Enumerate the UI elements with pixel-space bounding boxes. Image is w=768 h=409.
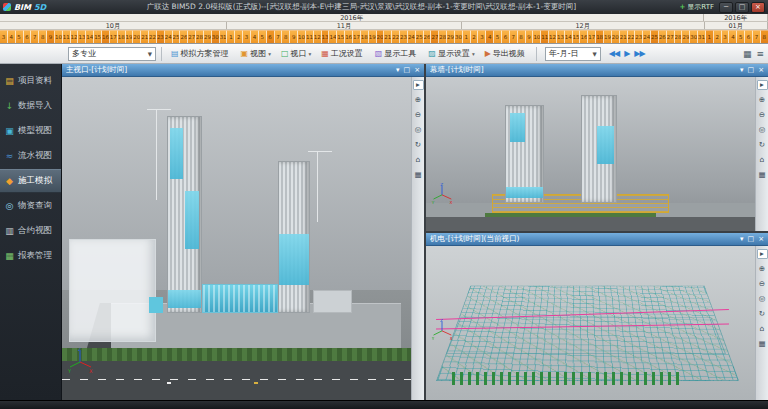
timeline-day-cell[interactable]: 7 — [275, 30, 283, 43]
timeline-day-cell[interactable]: 28 — [439, 30, 447, 43]
timeline-day-cell[interactable]: 14 — [329, 30, 337, 43]
timeline-day-cell[interactable]: 13 — [557, 30, 565, 43]
show-rtf-button[interactable]: + 显示RTF — [676, 2, 717, 12]
toolbar-button[interactable]: ▧ 显示工具 — [371, 46, 423, 62]
timeline-day-cell[interactable]: 17 — [110, 30, 118, 43]
timeline-day-cell[interactable]: 9 — [290, 30, 298, 43]
timeline-day-cell[interactable]: 1 — [227, 30, 235, 43]
timeline-month[interactable]: 11月 — [227, 22, 462, 29]
timeline-day-cell[interactable]: 29 — [682, 30, 690, 43]
timeline-day-cell[interactable]: 11 — [306, 30, 314, 43]
timeline-day-cell[interactable]: 1 — [463, 30, 471, 43]
timeline-day-cell[interactable]: 7 — [510, 30, 518, 43]
viewport-tool-icon[interactable]: ◎ — [757, 294, 768, 304]
timeline-day-cell[interactable]: 22 — [149, 30, 157, 43]
viewport-restore-icon[interactable]: □ — [748, 66, 755, 74]
timeline-day-cell[interactable]: 23 — [400, 30, 408, 43]
sidebar-item[interactable]: ▥ 合约视图 — [0, 219, 61, 243]
timeline-day-cell[interactable]: 3 — [722, 30, 730, 43]
viewport-mep-canvas[interactable]: Z X Y ▸⊕⊖◎↻⌂▦ — [426, 246, 768, 400]
timeline-day-cell[interactable]: 6 — [24, 30, 32, 43]
timeline-day-cell[interactable]: 27 — [188, 30, 196, 43]
timeline-month[interactable]: 10月 — [0, 22, 227, 29]
timeline-day-cell[interactable]: 31 — [698, 30, 706, 43]
timeline-day-cell[interactable]: 5 — [494, 30, 502, 43]
timeline-day-cell[interactable]: 30 — [212, 30, 220, 43]
viewport-curtain-titlebar[interactable]: 幕墙-[计划时间] ▾ □ × — [426, 64, 768, 77]
timeline-day-cell[interactable]: 3 — [478, 30, 486, 43]
viewport-main-titlebar[interactable]: 主视口-[计划时间] ▾ □ × — [62, 64, 424, 77]
timeline-day-cell[interactable]: 7 — [753, 30, 761, 43]
timeline-day-cell[interactable]: 10 — [533, 30, 541, 43]
timeline-day-cell[interactable]: 27 — [431, 30, 439, 43]
timeline-day-cell[interactable]: 12 — [314, 30, 322, 43]
timeline-day-cell[interactable]: 30 — [455, 30, 463, 43]
viewport-tool-icon[interactable]: ⌂ — [757, 155, 768, 165]
viewport-tool-icon[interactable]: ⊖ — [413, 110, 424, 120]
timeline-day-cell[interactable]: 21 — [384, 30, 392, 43]
timeline-day-cell[interactable]: 7 — [31, 30, 39, 43]
viewport-tool-icon[interactable]: ◎ — [413, 125, 424, 135]
viewport-restore-icon[interactable]: □ — [748, 235, 755, 243]
timeline-day-cell[interactable]: 3 — [243, 30, 251, 43]
timeline-day-cell[interactable]: 2 — [235, 30, 243, 43]
timeline-day-cell[interactable]: 26 — [180, 30, 188, 43]
viewport-restore-icon[interactable]: □ — [404, 66, 411, 74]
timeline-month[interactable]: 12月 — [462, 22, 705, 29]
timeline-day-cell[interactable]: 22 — [392, 30, 400, 43]
timeline-day-cell[interactable]: 8 — [282, 30, 290, 43]
maximize-button[interactable]: □ — [735, 2, 749, 13]
timeline-day-cell[interactable]: 19 — [126, 30, 134, 43]
minimize-button[interactable]: ─ — [719, 2, 733, 13]
timeline-day-cell[interactable]: 19 — [604, 30, 612, 43]
timeline-day-cell[interactable]: 31 — [220, 30, 228, 43]
sidebar-item[interactable]: ▤ 项目资料 — [0, 69, 61, 93]
timeline-day-cell[interactable]: 23 — [635, 30, 643, 43]
timeline-day-cell[interactable]: 21 — [141, 30, 149, 43]
viewport-tool-icon[interactable]: ⌂ — [757, 324, 768, 334]
timeline-day-cell[interactable]: 29 — [447, 30, 455, 43]
timeline-day-cell[interactable]: 5 — [259, 30, 267, 43]
timeline-day-cell[interactable]: 24 — [165, 30, 173, 43]
timeline-day-cell[interactable]: 9 — [47, 30, 55, 43]
timeline-day-cell[interactable]: 4 — [729, 30, 737, 43]
timeline-day-cell[interactable]: 27 — [667, 30, 675, 43]
viewport-tool-icon[interactable]: ▸ — [413, 80, 424, 90]
timeline-day-cell[interactable]: 25 — [173, 30, 181, 43]
timeline-month[interactable]: 01月 — [705, 22, 768, 29]
timeline-day-cell[interactable]: 5 — [16, 30, 24, 43]
playback-button[interactable]: ▶ — [622, 49, 631, 58]
timeline-day-cell[interactable]: 2 — [471, 30, 479, 43]
sidebar-item[interactable]: ↓ 数据导入 — [0, 94, 61, 118]
toolbar-button[interactable]: ▨ 显示设置 ▾ — [424, 46, 478, 62]
sidebar-item[interactable]: ≈ 流水视图 — [0, 144, 61, 168]
viewport-tool-icon[interactable]: ↻ — [757, 140, 768, 150]
toolbar-button[interactable]: □ 视口 ▾ — [277, 46, 315, 62]
viewport-tool-icon[interactable]: ▸ — [757, 80, 768, 90]
timeline-day-cell[interactable]: 4 — [251, 30, 259, 43]
timeline-day-cell[interactable]: 10 — [55, 30, 63, 43]
timeline-day-cell[interactable]: 11 — [541, 30, 549, 43]
timeline-day-cell[interactable]: 14 — [565, 30, 573, 43]
viewport-menu-icon[interactable]: ▾ — [396, 66, 400, 74]
playback-button[interactable]: ▶▶ — [632, 49, 646, 58]
close-button[interactable]: × — [751, 2, 765, 13]
viewport-close-icon[interactable]: × — [414, 66, 420, 74]
timeline-day-cell[interactable]: 15 — [94, 30, 102, 43]
viewport-tool-icon[interactable]: ▦ — [413, 170, 424, 180]
sidebar-item[interactable]: ▣ 模型视图 — [0, 119, 61, 143]
timeline-day-cell[interactable]: 25 — [416, 30, 424, 43]
viewport-close-icon[interactable]: × — [758, 235, 764, 243]
viewport-curtain-canvas[interactable]: Z X Y ▸⊕⊖◎↻⌂▦ — [426, 77, 768, 231]
timeline-day-cell[interactable]: 30 — [690, 30, 698, 43]
toolbar-right-icon[interactable]: ▦ — [743, 49, 752, 59]
timeline-day-cell[interactable]: 12 — [71, 30, 79, 43]
viewport-menu-icon[interactable]: ▾ — [740, 66, 744, 74]
timeline-day-cell[interactable]: 1 — [706, 30, 714, 43]
timeline-day-cell[interactable]: 9 — [526, 30, 534, 43]
toolbar-button[interactable]: ▣ 视图 ▾ — [237, 46, 275, 62]
timeline-day-cell[interactable]: 16 — [345, 30, 353, 43]
timeline-day-cell[interactable]: 10 — [298, 30, 306, 43]
timeline-day-cell[interactable]: 26 — [424, 30, 432, 43]
timeline-day-cell[interactable]: 26 — [659, 30, 667, 43]
